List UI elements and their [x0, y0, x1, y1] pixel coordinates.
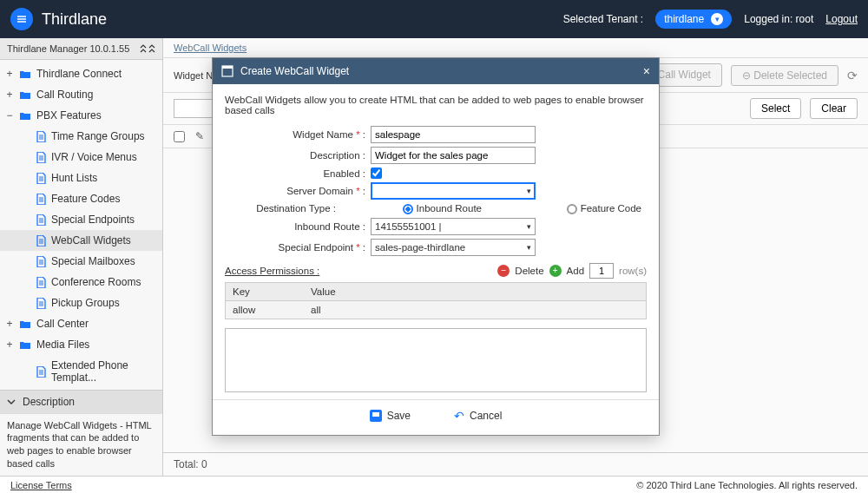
select-all-checkbox[interactable]: [174, 131, 185, 142]
sidebar-item-hunt-lists[interactable]: Hunt Lists: [0, 168, 162, 188]
description-input[interactable]: [371, 147, 536, 164]
description-header[interactable]: Description: [0, 390, 162, 413]
sidebar-item-media-files[interactable]: +Media Files: [0, 334, 162, 355]
document-icon: [36, 277, 46, 288]
close-icon[interactable]: ×: [643, 64, 650, 78]
expander-icon[interactable]: +: [5, 339, 14, 351]
breadcrumb[interactable]: WebCall Widgets: [163, 38, 868, 58]
sidebar-item-thirdlane-connect[interactable]: +Thirdlane Connect: [0, 63, 162, 84]
server-domain-label: Server Domain * :: [225, 186, 371, 196]
sidebar-item-call-routing[interactable]: +Call Routing: [0, 84, 162, 105]
sidebar: Thirdlane Manager 10.0.1.55 +Thirdlane C…: [0, 38, 163, 476]
document-icon: [36, 152, 46, 163]
total-footer: Total: 0: [163, 452, 868, 476]
modal-title: Create WebCall Widget: [240, 65, 349, 77]
widget-html-textarea[interactable]: [225, 328, 647, 392]
folder-icon: [19, 319, 31, 329]
expander-icon[interactable]: −: [5, 109, 14, 122]
delete-row-label: Delete: [515, 266, 543, 276]
license-link[interactable]: License Terms: [10, 480, 72, 490]
sidebar-item-call-center[interactable]: +Call Center: [0, 313, 162, 334]
logged-in-label: Logged in: root: [744, 13, 813, 25]
collapse-icon[interactable]: [140, 44, 155, 53]
description-label: Description :: [225, 150, 371, 161]
table-row[interactable]: allow all: [226, 301, 646, 319]
perm-key-cell: allow: [226, 301, 304, 319]
sidebar-item-webcall-widgets[interactable]: WebCall Widgets: [0, 230, 162, 251]
rows-count-input[interactable]: [589, 263, 614, 279]
permissions-title: Access Permissions :: [225, 266, 319, 276]
sidebar-item-label: Hunt Lists: [51, 172, 97, 184]
sidebar-item-extended-phone-templat[interactable]: Extended Phone Templat...: [0, 355, 162, 388]
document-icon: [36, 235, 46, 246]
add-row-icon[interactable]: +: [549, 265, 562, 277]
document-icon: [36, 366, 46, 378]
refresh-icon[interactable]: ⟳: [847, 69, 858, 82]
sidebar-item-label: PBX Features: [36, 109, 102, 122]
clear-button[interactable]: Clear: [810, 98, 858, 119]
tenant-label: Selected Tenant :: [563, 13, 644, 25]
undo-icon: ↶: [454, 409, 464, 423]
special-endpoint-select[interactable]: sales-page-thirdlane▾: [371, 239, 536, 256]
perm-value-cell: all: [304, 301, 328, 319]
select-button[interactable]: Select: [750, 98, 801, 119]
widget-name-input[interactable]: [371, 126, 536, 143]
sidebar-item-special-endpoints[interactable]: Special Endpoints: [0, 209, 162, 230]
inbound-route-label: Inbound Route :: [225, 221, 371, 232]
chevron-down-icon: ▾: [527, 243, 531, 252]
delete-selected-button[interactable]: ⊖ Delete Selected: [731, 65, 838, 86]
description-body: Manage WebCall Widgets - HTML fragments …: [0, 413, 162, 476]
dest-type-feature-radio[interactable]: Feature Code: [501, 203, 647, 214]
sidebar-item-ivr-voice-menus[interactable]: IVR / Voice Menus: [0, 147, 162, 168]
sidebar-item-label: Pickup Groups: [51, 297, 120, 309]
sidebar-item-label: Time Range Groups: [51, 130, 145, 142]
svg-rect-37: [222, 66, 233, 69]
sidebar-item-label: Special Endpoints: [51, 214, 135, 226]
perm-header-value: Value: [304, 283, 343, 300]
sidebar-header: Thirdlane Manager 10.0.1.55: [0, 38, 162, 60]
sidebar-item-pbx-features[interactable]: −PBX Features: [0, 105, 162, 126]
edit-icon: ✎: [195, 130, 204, 142]
tenant-value: thirdlane: [664, 13, 704, 25]
save-button[interactable]: Save: [370, 409, 411, 423]
sidebar-item-special-mailboxes[interactable]: Special Mailboxes: [0, 251, 162, 272]
modal-intro: WebCall Widgets allow you to create HTML…: [225, 95, 647, 115]
perm-header-key: Key: [226, 283, 304, 300]
sidebar-item-label: Extended Phone Templat...: [51, 359, 157, 384]
inbound-route-select[interactable]: 14155551001 |▾: [371, 218, 536, 235]
sidebar-item-conference-rooms[interactable]: Conference Rooms: [0, 272, 162, 293]
sidebar-item-label: Call Routing: [36, 89, 93, 101]
enabled-label: Enabled :: [225, 168, 371, 179]
copyright-text: © 2020 Third Lane Technologies. All righ…: [636, 480, 858, 490]
modal-footer: Save ↶ Cancel: [213, 399, 659, 435]
chevron-down-icon: [7, 398, 16, 406]
sidebar-item-label: WebCall Widgets: [51, 234, 131, 246]
chevron-down-icon: ▾: [527, 187, 531, 195]
delete-row-icon[interactable]: −: [497, 265, 510, 277]
sidebar-item-label: Special Mailboxes: [51, 255, 135, 267]
expander-icon[interactable]: +: [5, 68, 14, 80]
document-icon: [36, 131, 46, 142]
sidebar-item-label: Thirdlane Connect: [36, 68, 122, 80]
permissions-table: Key Value allow all: [225, 282, 647, 319]
sidebar-item-time-range-groups[interactable]: Time Range Groups: [0, 126, 162, 147]
folder-icon: [19, 90, 31, 100]
sidebar-item-label: Call Center: [36, 318, 89, 330]
expander-icon[interactable]: +: [5, 318, 14, 330]
sidebar-item-label: Media Files: [36, 339, 89, 351]
logout-link[interactable]: Logout: [825, 13, 858, 25]
sidebar-item-pickup-groups[interactable]: Pickup Groups: [0, 293, 162, 313]
chevron-down-icon: ▾: [527, 222, 531, 231]
dest-type-inbound-radio[interactable]: Inbound Route: [341, 203, 487, 214]
chevron-down-icon: ▾: [711, 13, 723, 25]
widget-icon: [221, 65, 233, 77]
rows-suffix: row(s): [619, 266, 647, 276]
server-domain-select[interactable]: ▾: [371, 182, 536, 200]
expander-icon[interactable]: +: [5, 89, 14, 101]
enabled-checkbox[interactable]: [371, 168, 382, 179]
cancel-button[interactable]: ↶ Cancel: [454, 409, 502, 423]
sidebar-item-feature-codes[interactable]: Feature Codes: [0, 188, 162, 209]
tenant-selector[interactable]: thirdlane ▾: [655, 10, 732, 29]
special-endpoint-label: Special Endpoint * :: [225, 242, 371, 253]
sidebar-item-label: IVR / Voice Menus: [51, 151, 137, 163]
